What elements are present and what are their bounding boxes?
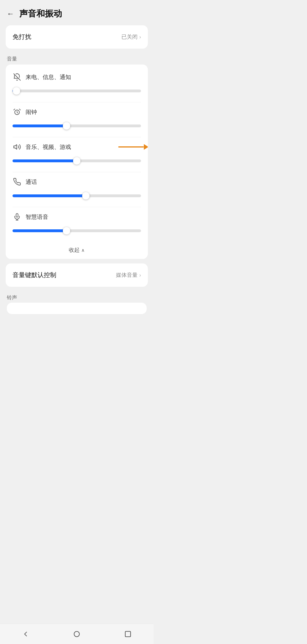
volume-key-label: 音量键默认控制 — [13, 271, 56, 279]
voice-fill — [13, 229, 67, 232]
alarm-label: 闹钟 — [26, 108, 37, 116]
page-title: 声音和振动 — [19, 8, 62, 20]
media-slider[interactable] — [13, 155, 141, 166]
alarm-slider[interactable] — [13, 121, 141, 131]
speaker-icon — [13, 142, 22, 151]
collapse-label: 收起 — [69, 246, 80, 254]
alarm-icon — [13, 107, 22, 117]
volume-item-media: 音乐、视频、游戏 — [13, 137, 141, 172]
dnd-status-text: 已关闭 — [121, 33, 138, 41]
dnd-status: 已关闭 › — [121, 33, 141, 41]
call-fill — [13, 194, 86, 197]
volume-section-label: 音量 — [0, 53, 154, 65]
svg-marker-4 — [14, 145, 17, 149]
media-thumb[interactable] — [73, 157, 80, 165]
volume-item-alarm: 闹钟 — [13, 102, 141, 137]
volume-key-card[interactable]: 音量键默认控制 媒体音量 › — [6, 263, 148, 287]
volume-key-row[interactable]: 音量键默认控制 媒体音量 › — [6, 263, 148, 287]
chevron-up-icon: ∧ — [81, 248, 85, 253]
volume-card: 来电、信息、通知 闹钟 — [6, 65, 148, 259]
phone-icon — [13, 177, 22, 186]
svg-rect-5 — [16, 213, 18, 217]
voice-thumb[interactable] — [63, 227, 70, 234]
back-button[interactable]: ← — [7, 9, 14, 18]
voice-label: 智慧语音 — [26, 213, 48, 221]
svg-line-2 — [14, 109, 15, 110]
call-slider[interactable] — [13, 190, 141, 201]
call-label: 通话 — [26, 178, 37, 186]
ringtone-label: 来电、信息、通知 — [26, 73, 71, 81]
chevron-right-icon: › — [139, 272, 141, 278]
call-thumb[interactable] — [82, 192, 90, 200]
alarm-thumb[interactable] — [63, 122, 70, 130]
media-fill — [13, 159, 77, 162]
svg-line-3 — [19, 109, 20, 110]
collapse-row[interactable]: 收起 ∧ — [6, 242, 148, 259]
media-label: 音乐、视频、游戏 — [26, 143, 71, 151]
bell-off-icon — [13, 72, 22, 82]
orange-arrow-annotation — [118, 146, 144, 148]
chevron-right-icon: › — [139, 34, 141, 40]
dnd-label: 免打扰 — [13, 33, 31, 41]
dnd-card[interactable]: 免打扰 已关闭 › — [6, 25, 148, 49]
volume-item-ringtone: 来电、信息、通知 — [13, 67, 141, 102]
dnd-row[interactable]: 免打扰 已关闭 › — [6, 25, 148, 49]
ringtone-section-label: 铃声 — [7, 294, 147, 301]
volume-key-value: 媒体音量 — [116, 271, 138, 279]
volume-item-voice: 智慧语音 — [13, 207, 141, 242]
volume-key-right: 媒体音量 › — [116, 271, 141, 279]
voice-slider[interactable] — [13, 225, 141, 236]
header: ← 声音和振动 — [0, 0, 154, 25]
ringtone-thumb[interactable] — [13, 87, 20, 95]
ringtone-card-partial — [7, 303, 147, 314]
volume-item-call: 通话 — [13, 172, 141, 207]
ringtone-section: 铃声 — [0, 291, 154, 315]
mic-icon — [13, 212, 22, 221]
alarm-fill — [13, 124, 67, 127]
ringtone-slider[interactable] — [13, 86, 141, 96]
